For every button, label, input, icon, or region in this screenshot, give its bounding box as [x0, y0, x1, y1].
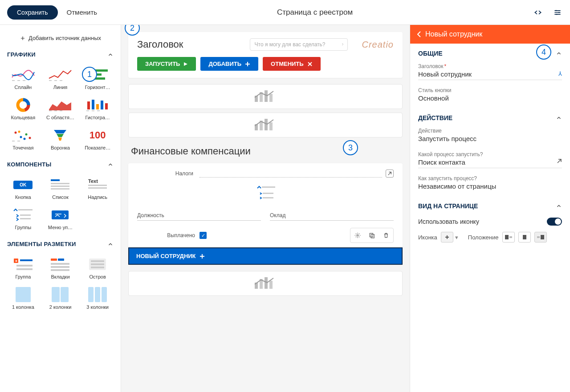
icon-pos-left[interactable]: [502, 232, 515, 242]
tool-funnel-label: Воронка: [51, 145, 70, 150]
chevron-down-icon[interactable]: ▾: [455, 234, 458, 241]
section-graphics-header[interactable]: ГРАФИКИ: [0, 46, 121, 61]
icon-pos-right[interactable]: [534, 232, 547, 242]
chart-placeholder-3[interactable]: [128, 271, 403, 296]
prop-title-value[interactable]: Новый сотрудник ⅄: [418, 69, 562, 80]
field-position[interactable]: Должность: [137, 212, 261, 221]
section-action-header[interactable]: ДЕЙСТВИЕ: [410, 108, 570, 125]
svg-rect-43: [88, 185, 107, 186]
svg-rect-22: [101, 101, 103, 109]
tool-spline-label: Сплайн: [15, 85, 32, 90]
tool-line[interactable]: Линия: [43, 65, 78, 92]
svg-rect-50: [20, 259, 33, 261]
section-view-header[interactable]: ВИД НА СТРАНИЦЕ: [410, 196, 570, 213]
tool-col1[interactable]: 1 колонка: [5, 285, 41, 311]
svg-rect-20: [92, 100, 94, 109]
chart-placeholder-1[interactable]: [128, 84, 403, 109]
cancel-button-label: ОТМЕНИТЬ: [271, 61, 304, 67]
field-salary[interactable]: Оклад: [270, 212, 394, 221]
svg-rect-44: [88, 187, 107, 189]
section-components-header[interactable]: КОМПОНЕНТЫ: [0, 156, 121, 171]
svg-rect-17: [54, 110, 57, 111]
add-data-source[interactable]: Добавить источник данных: [0, 30, 121, 46]
tool-histogram[interactable]: Гистогра…: [80, 95, 115, 122]
play-icon: [183, 62, 188, 66]
sidebar-left: Добавить источник данных ГРАФИКИ 1 Сплай…: [0, 25, 121, 392]
svg-rect-79: [263, 197, 273, 198]
chevron-up-icon: [107, 52, 114, 58]
tool-funnel[interactable]: Воронка: [43, 125, 78, 152]
section-layout-header[interactable]: ЭЛЕМЕНТЫ РАЗМЕТКИ: [0, 235, 121, 251]
plus-icon: [200, 254, 205, 259]
tool-group-layout[interactable]: Группа: [5, 255, 41, 281]
chevron-left-icon[interactable]: [417, 31, 421, 37]
tool-groups[interactable]: Группы: [5, 205, 41, 232]
copy-icon[interactable]: [366, 229, 378, 242]
field-taxes-input[interactable]: [200, 170, 382, 178]
svg-rect-19: [87, 101, 90, 109]
svg-rect-45: [18, 209, 33, 210]
icon-pos-center[interactable]: [518, 232, 531, 242]
tool-label[interactable]: Text Надпись: [80, 175, 115, 202]
icon-picker[interactable]: [441, 232, 453, 242]
use-icon-toggle[interactable]: [547, 218, 562, 226]
cancel-button[interactable]: Отменить: [67, 8, 98, 16]
tool-menu[interactable]: Меню уп…: [43, 205, 78, 232]
prop-style-value[interactable]: Основной: [418, 93, 562, 104]
section-action-label: ДЕЙСТВИЕ: [418, 114, 452, 121]
svg-point-32: [23, 138, 25, 140]
tool-indicator[interactable]: 100 Показате…: [80, 125, 115, 152]
svg-rect-72: [269, 94, 273, 102]
tool-col2[interactable]: 2 колонки: [43, 285, 78, 311]
field-paid-label: Выплачено: [137, 232, 195, 238]
cancel-action-button[interactable]: ОТМЕНИТЬ: [263, 57, 321, 71]
field-taxes[interactable]: Налоги: [128, 167, 403, 180]
field-paid-checkbox[interactable]: ✓: [200, 232, 207, 239]
add-button[interactable]: ДОБАВИТЬ: [200, 57, 258, 71]
prop-how-value[interactable]: Независимо от страницы: [418, 182, 562, 192]
tool-col3[interactable]: 3 колонки: [80, 285, 115, 311]
selected-new-employee-button[interactable]: НОВЫЙ СОТРУДНИК: [128, 247, 403, 265]
svg-rect-5: [23, 80, 25, 81]
open-icon[interactable]: [557, 158, 562, 164]
tool-list[interactable]: Список: [43, 175, 78, 202]
svg-rect-52: [16, 268, 33, 270]
tool-indicator-value: 100: [90, 129, 106, 141]
chart-placeholder-2[interactable]: [128, 113, 403, 137]
tool-area[interactable]: С областя…: [43, 95, 78, 122]
tool-tabs[interactable]: Вкладки: [43, 255, 78, 281]
tool-button[interactable]: OK Кнопка: [5, 175, 41, 202]
search-box[interactable]: Что я могу для вас сделать? ›: [250, 38, 348, 51]
settings-icon[interactable]: [552, 7, 563, 18]
gear-icon[interactable]: [351, 229, 364, 242]
svg-rect-65: [88, 287, 94, 302]
svg-point-28: [20, 136, 22, 138]
graphics-grid: Сплайн Линия Горизонт… Кольцевая С облас…: [0, 61, 121, 156]
trash-icon[interactable]: [380, 229, 392, 242]
page-title: Страница с реестром: [97, 8, 533, 17]
section-general-label: ОБЩИЕ: [418, 50, 443, 57]
code-icon[interactable]: [533, 7, 543, 18]
svg-rect-7: [54, 80, 57, 81]
run-button[interactable]: ЗАПУСТИТЬ: [137, 57, 196, 71]
svg-rect-87: [505, 235, 509, 239]
canvas-header-card[interactable]: Заголовок Что я могу для вас сделать? › …: [128, 32, 403, 78]
topbar: Сохранить Отменить Страница с реестром: [0, 0, 570, 25]
field-taxes-label: Налоги: [137, 170, 200, 177]
prop-which-label: Какой процесс запустить?: [418, 151, 562, 158]
section-layout-label: ЭЛЕМЕНТЫ РАЗМЕТКИ: [7, 241, 76, 247]
expand-icon[interactable]: [386, 170, 394, 178]
tool-scatter[interactable]: Точечная: [5, 125, 41, 152]
translate-icon[interactable]: ⅄: [558, 70, 562, 77]
canvas-form-card[interactable]: Налоги Должность Оклад Выплачено ✓: [128, 163, 403, 265]
prop-action-value[interactable]: Запустить процесс: [418, 134, 562, 144]
topbar-tools: [533, 7, 563, 18]
svg-rect-3: [12, 80, 15, 81]
tool-doughnut[interactable]: Кольцевая: [5, 95, 41, 122]
tool-spline[interactable]: Сплайн: [5, 65, 41, 92]
tool-island[interactable]: Остров: [80, 255, 115, 281]
prop-which-value[interactable]: Поиск контакта: [418, 158, 562, 168]
save-button[interactable]: Сохранить: [7, 5, 58, 20]
svg-point-30: [25, 133, 27, 136]
prop-use-icon: Использовать иконку: [410, 213, 570, 230]
